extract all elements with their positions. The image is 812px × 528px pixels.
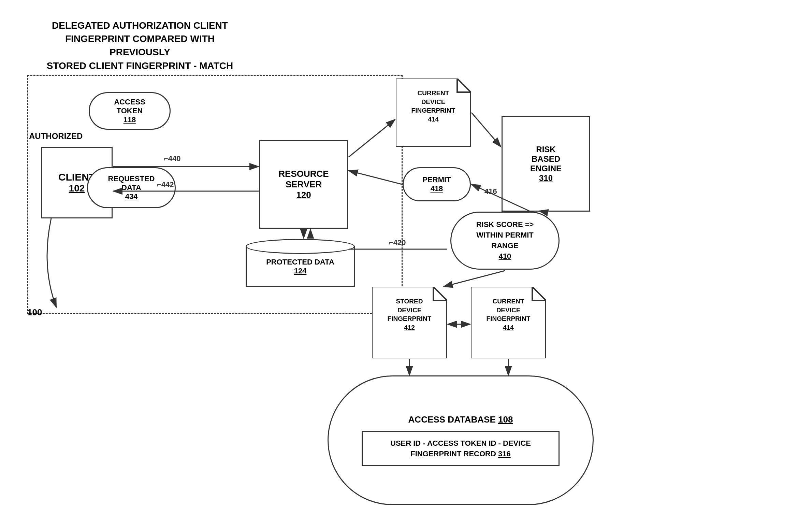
current-device-fp-bottom-doc: CURRENT DEVICE FINGERPRINT 414 — [471, 287, 546, 358]
access-database-oval: ACCESS DATABASE 108 USER ID - ACCESS TOK… — [328, 375, 594, 505]
resource-server-box: RESOURCE SERVER 120 — [259, 140, 348, 229]
label-100: 100 — [27, 307, 42, 318]
access-db-inner-box: USER ID - ACCESS TOKEN ID - DEVICE FINGE… — [362, 431, 560, 467]
access-token-bubble: ACCESS TOKEN 118 — [89, 92, 171, 130]
svg-text:416: 416 — [484, 187, 497, 196]
stored-device-fp-doc: STORED DEVICE FINGERPRINT 412 — [372, 287, 447, 358]
current-device-fp-top-doc: CURRENT DEVICE FINGERPRINT 414 — [396, 79, 471, 147]
permit-bubble: PERMIT 418 — [403, 167, 471, 201]
requested-data-bubble: REQUESTED DATA 434 — [87, 167, 176, 208]
svg-line-22 — [444, 271, 505, 287]
svg-line-16 — [472, 113, 501, 147]
authorized-label: AUTHORIZED — [29, 131, 83, 141]
risk-score-bubble: RISK SCORE => WITHIN PERMIT RANGE 410 — [450, 212, 560, 270]
diagram-container: DELEGATED AUTHORIZATION CLIENT FINGERPRI… — [0, 0, 812, 528]
diagram-title: DELEGATED AUTHORIZATION CLIENT FINGERPRI… — [41, 19, 239, 72]
protected-data-cylinder: PROTECTED DATA 124 — [246, 239, 355, 294]
risk-engine-box: RISK BASED ENGINE 310 — [502, 116, 590, 212]
